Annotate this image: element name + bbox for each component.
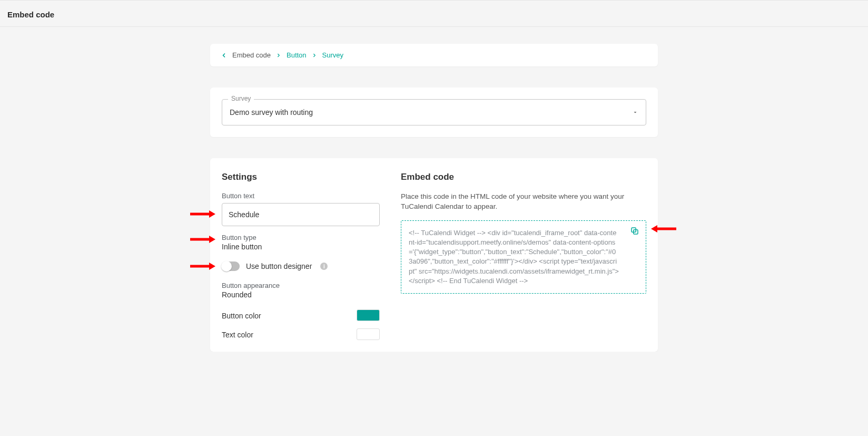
button-appearance-label: Button appearance [222,282,380,289]
svg-marker-1 [209,210,215,218]
use-designer-toggle[interactable] [222,261,240,271]
breadcrumb: Embed code Button Survey [210,44,658,66]
button-color-label: Button color [222,312,261,320]
breadcrumb-root: Embed code [232,51,271,59]
survey-select-value: Demo survey with routing [230,108,313,117]
annotation-arrow-icon [189,235,215,244]
embed-description: Place this code in the HTML code of your… [401,192,646,212]
svg-marker-3 [209,236,215,243]
survey-field-label: Survey [228,95,254,102]
embed-code-text: <!-- TuCalendi Widget --> <div id="tucal… [409,229,619,285]
use-designer-label: Use button designer [246,262,312,270]
breadcrumb-link-button[interactable]: Button [287,51,307,59]
back-icon[interactable] [221,52,227,59]
svg-marker-9 [651,225,657,232]
button-text-label: Button text [222,192,380,200]
chevron-right-icon [276,53,281,58]
annotation-arrow-icon [189,261,215,271]
annotation-arrow-icon [651,224,677,234]
page-title: Embed code [0,0,868,27]
survey-select-card: Survey Demo survey with routing [210,88,658,137]
embed-column: Embed code Place this code in the HTML c… [401,170,646,340]
button-type-value: Inline button [222,243,380,251]
toggle-knob [221,261,232,272]
survey-select[interactable]: Demo survey with routing [222,99,646,125]
text-color-label: Text color [222,331,253,339]
copy-icon[interactable] [630,226,639,236]
button-type-label: Button type [222,234,380,241]
button-color-swatch[interactable] [357,309,380,321]
breadcrumb-link-survey[interactable]: Survey [322,51,343,59]
text-color-swatch[interactable] [357,328,380,340]
settings-column: Settings Button text Button type Inline … [222,170,380,340]
info-icon[interactable]: i [320,263,328,270]
embed-heading: Embed code [401,172,646,182]
settings-heading: Settings [222,172,380,182]
settings-card: Settings Button text Button type Inline … [210,158,658,352]
survey-field: Survey Demo survey with routing [222,99,646,125]
svg-marker-5 [209,263,215,270]
button-appearance-value: Rounded [222,290,380,299]
button-text-input[interactable] [222,203,380,226]
chevron-right-icon [312,53,317,58]
annotation-arrow-icon [189,209,215,219]
page-title-text: Embed code [7,10,54,19]
chevron-down-icon [632,109,638,115]
embed-code-box[interactable]: <!-- TuCalendi Widget --> <div id="tucal… [401,220,646,294]
